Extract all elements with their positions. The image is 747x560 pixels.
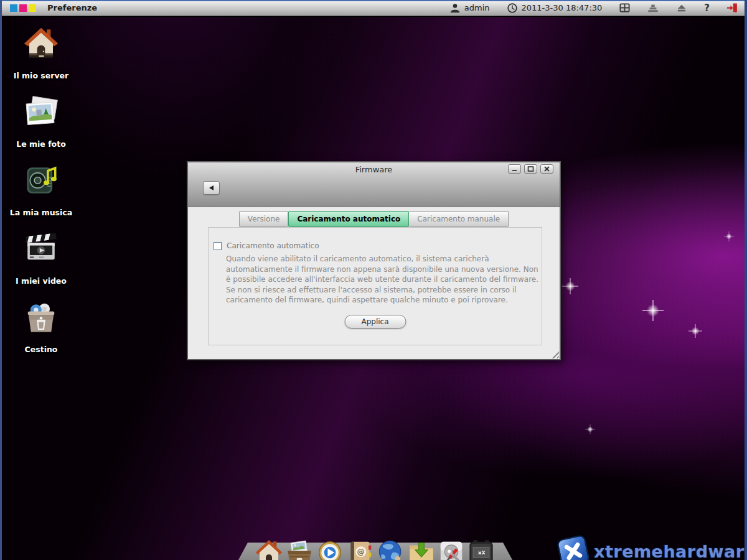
clock-icon [506, 2, 519, 14]
dock-address-book-icon[interactable]: @ [346, 538, 375, 560]
screen-edge [745, 0, 747, 560]
user-icon [449, 2, 461, 14]
desktop-icon-label: I miei video [4, 276, 78, 286]
tab-versione[interactable]: Versione [239, 211, 289, 227]
svg-text:@: @ [357, 548, 365, 556]
menu-preferences[interactable]: Preferenze [47, 3, 97, 12]
clock-indicator: 2011-3-30 18:47:30 [506, 2, 603, 14]
desktop-icon-trash[interactable]: Cestino [4, 300, 78, 354]
auto-upload-checkbox[interactable] [214, 242, 222, 250]
menubar: Preferenze admin 2011-3-30 18:47:30 ? [0, 0, 747, 16]
desktop-icon-label: La mia musica [4, 208, 78, 217]
apply-button[interactable]: Applica [344, 315, 406, 329]
window-titlebar[interactable]: Firmware [188, 162, 560, 207]
music-icon [23, 163, 59, 198]
desktop-icon-my-music[interactable]: La mia musica [4, 163, 78, 217]
settings-panel: Caricamento automatico Quando viene abil… [208, 227, 542, 345]
stack-icon[interactable] [647, 2, 659, 14]
dock-photo-box-icon[interactable] [285, 538, 314, 560]
help-icon[interactable]: ? [704, 2, 710, 14]
logo-square-yellow [29, 4, 36, 12]
eject-icon[interactable] [675, 2, 688, 14]
auto-upload-description: Quando viene abilitato il caricamento au… [226, 254, 545, 306]
logo-square-blue [10, 4, 17, 12]
dock-media-player-icon[interactable] [316, 538, 344, 560]
close-button[interactable] [540, 164, 553, 174]
tab-bar: Versione Caricamento automatico Caricame… [188, 211, 560, 227]
maximize-button[interactable] [524, 164, 537, 174]
dock-media-tools-icon[interactable] [467, 538, 496, 560]
desktop-icon-label: Le mie foto [4, 139, 78, 149]
firmware-window: Firmware Versione Caricamento automatico [187, 161, 561, 360]
sparkle [642, 300, 664, 321]
minimize-button[interactable] [508, 164, 521, 174]
desktop-icon-my-photos[interactable]: Le mie foto [4, 95, 78, 149]
datetime: 2011-3-30 18:47:30 [522, 3, 603, 12]
screen-edge [0, 0, 2, 560]
tab-caricamento-automatico[interactable]: Caricamento automatico [288, 211, 409, 227]
sparkle [585, 424, 595, 434]
sparkle [724, 231, 734, 241]
desktop-icon-label: Cestino [4, 345, 78, 354]
user-indicator[interactable]: admin [449, 2, 490, 14]
dock-home-icon[interactable] [255, 538, 283, 560]
back-button[interactable] [203, 181, 220, 195]
logout-icon[interactable] [726, 2, 738, 14]
watermark-text: xtremehardware.it [594, 542, 747, 560]
sparkle [562, 278, 578, 294]
trash-icon [23, 300, 59, 335]
home-icon [23, 26, 59, 61]
system-logo [10, 4, 36, 12]
resize-grip[interactable] [550, 350, 559, 358]
dock: @ [232, 525, 519, 560]
window-body: Versione Caricamento automatico Caricame… [188, 207, 560, 359]
photos-icon [23, 95, 59, 129]
desktop-icon-my-server[interactable]: Il mio server [4, 26, 78, 80]
logo-square-magenta [19, 4, 27, 12]
screen-edge [0, 0, 747, 1]
videos-icon [23, 231, 59, 266]
dock-web-globe-icon[interactable] [377, 538, 405, 560]
xtremehardware-logo-icon [557, 534, 591, 560]
window-title: Firmware [188, 165, 560, 174]
dock-download-folder-icon[interactable] [407, 538, 436, 560]
desktop: Il mio server Le mie foto [0, 17, 747, 560]
desktop-icon-label: Il mio server [4, 71, 78, 80]
watermark: xtremehardware.it [559, 537, 747, 560]
sparkle [688, 324, 702, 338]
dock-disk-tools-icon[interactable] [437, 538, 466, 560]
user-name: admin [464, 3, 490, 12]
windows-grid-icon[interactable] [618, 2, 631, 14]
desktop-icon-my-videos[interactable]: I miei video [4, 231, 78, 286]
auto-upload-checkbox-label: Caricamento automatico [227, 241, 319, 250]
tab-caricamento-manuale[interactable]: Caricamento manuale [409, 211, 509, 227]
